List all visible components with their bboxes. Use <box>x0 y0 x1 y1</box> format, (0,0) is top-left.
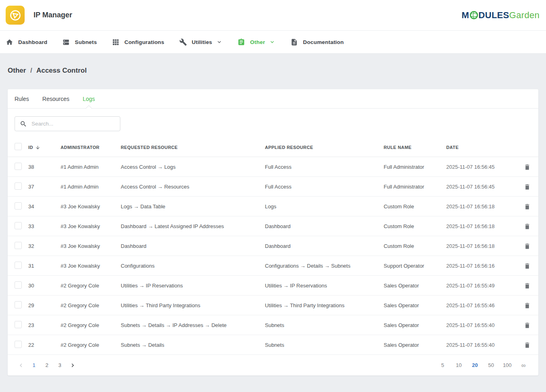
cell-date: 2025-11-07 16:56:16 <box>446 263 513 269</box>
cell-requested-resource: Subnets → Details <box>121 342 265 348</box>
document-icon <box>290 38 298 46</box>
cell-date: 2025-11-07 16:56:45 <box>446 164 513 170</box>
table-row: 32 #3 Joe Kowalsky Dashboard Dashboard C… <box>8 236 538 256</box>
row-checkbox[interactable] <box>15 301 22 308</box>
table-footer: 1 2 3 5 10 20 50 100 ∞ <box>8 355 538 375</box>
tab-logs[interactable]: Logs <box>83 89 95 108</box>
breadcrumb-separator: / <box>30 67 32 74</box>
delete-row-button[interactable] <box>523 182 531 191</box>
cell-rule-name: Sales Operator <box>384 302 446 308</box>
breadcrumb-section: Other <box>8 67 26 74</box>
nav-item-subnets[interactable]: Subnets <box>62 31 97 53</box>
chevron-down-icon <box>216 39 223 45</box>
delete-row-button[interactable] <box>523 321 531 329</box>
nav-item-other[interactable]: Other <box>237 31 275 53</box>
delete-row-button[interactable] <box>523 281 531 290</box>
page-size-50[interactable]: 50 <box>483 359 499 371</box>
cell-administrator: #2 Gregory Cole <box>61 283 121 289</box>
cell-requested-resource: Dashboard → Latest Assigned IP Addresses <box>121 223 265 229</box>
column-header-requested-resource: REQUESTED RESOURCE <box>121 145 265 150</box>
cell-administrator: #3 Joe Kowalsky <box>61 263 121 269</box>
page-button-1[interactable]: 1 <box>27 359 40 371</box>
table-row: 23 #2 Gregory Cole Subnets → Details → I… <box>8 315 538 335</box>
page-button-2[interactable]: 2 <box>40 359 53 371</box>
table-header: ID ADMINISTRATOR REQUESTED RESOURCE APPL… <box>8 138 538 157</box>
main-nav: Dashboard Subnets Configurations Utiliti… <box>0 31 546 54</box>
brand-text-garden: Garden <box>509 10 540 21</box>
delete-row-button[interactable] <box>523 163 531 171</box>
delete-row-button[interactable] <box>523 202 531 211</box>
delete-row-button[interactable] <box>523 262 531 270</box>
row-checkbox[interactable] <box>15 182 22 190</box>
cell-rule-name: Sales Operator <box>384 283 446 289</box>
nav-label: Subnets <box>75 39 97 45</box>
page-title: IP Manager <box>34 11 72 19</box>
column-header-id[interactable]: ID <box>28 145 61 150</box>
search-input[interactable] <box>32 121 116 127</box>
row-checkbox[interactable] <box>15 341 22 348</box>
nav-label: Configurations <box>124 39 164 45</box>
tab-rules[interactable]: Rules <box>15 89 29 108</box>
prev-page-button[interactable] <box>15 359 27 371</box>
column-header-rule-name: RULE NAME <box>384 145 446 150</box>
page-size-unlimited[interactable]: ∞ <box>515 359 531 371</box>
cell-requested-resource: Utilities → Third Party Integrations <box>121 302 265 308</box>
cell-rule-name: Sales Operator <box>384 322 446 328</box>
cell-requested-resource: Access Control → Logs <box>121 164 265 170</box>
cell-id: 31 <box>28 263 61 269</box>
page-size-selector: 5 10 20 50 100 ∞ <box>435 359 531 371</box>
page-size-100[interactable]: 100 <box>499 359 515 371</box>
tab-resources[interactable]: Resources <box>42 89 69 108</box>
delete-row-button[interactable] <box>523 341 531 349</box>
column-label: ID <box>28 145 33 150</box>
page-button-3[interactable]: 3 <box>53 359 66 371</box>
row-checkbox[interactable] <box>15 163 22 170</box>
table-row: 29 #2 Gregory Cole Utilities → Third Par… <box>8 296 538 315</box>
nav-item-documentation[interactable]: Documentation <box>290 31 344 53</box>
cell-applied-resource: Configurations → Details → Subnets <box>265 263 384 269</box>
ip-manager-logo-icon <box>6 6 25 25</box>
trash-icon <box>524 282 531 289</box>
page-size-5[interactable]: 5 <box>435 359 451 371</box>
cell-id: 23 <box>28 322 61 328</box>
pager: 1 2 3 <box>15 359 79 371</box>
cell-rule-name: Custom Role <box>384 243 446 249</box>
cell-administrator: #2 Gregory Cole <box>61 302 121 308</box>
cell-requested-resource: Configurations <box>121 263 265 269</box>
next-page-button[interactable] <box>66 359 79 371</box>
delete-row-button[interactable] <box>523 301 531 310</box>
chevron-left-icon <box>17 362 25 369</box>
nav-label: Documentation <box>303 39 344 45</box>
page-size-10[interactable]: 10 <box>451 359 467 371</box>
row-checkbox[interactable] <box>15 242 22 249</box>
nav-item-configurations[interactable]: Configurations <box>112 31 164 53</box>
row-checkbox[interactable] <box>15 222 22 229</box>
row-checkbox[interactable] <box>15 321 22 328</box>
page-size-20[interactable]: 20 <box>467 359 483 371</box>
trash-icon <box>524 342 531 348</box>
table-body: 38 #1 Admin Admin Access Control → Logs … <box>8 157 538 355</box>
delete-row-button[interactable] <box>523 222 531 231</box>
cell-id: 29 <box>28 302 61 308</box>
cell-requested-resource: Utilities → IP Reservations <box>121 283 265 289</box>
select-all-checkbox[interactable] <box>15 143 22 150</box>
breadcrumb: Other / Access Control <box>8 67 538 75</box>
nav-item-dashboard[interactable]: Dashboard <box>6 31 47 53</box>
cell-applied-resource: Dashboard <box>265 223 384 229</box>
table-row: 38 #1 Admin Admin Access Control → Logs … <box>8 157 538 177</box>
content-area: Other / Access Control Rules Resources L… <box>0 67 546 375</box>
row-checkbox[interactable] <box>15 262 22 269</box>
table-row: 37 #1 Admin Admin Access Control → Resou… <box>8 177 538 197</box>
table-row: 31 #3 Joe Kowalsky Configurations Config… <box>8 256 538 276</box>
delete-row-button[interactable] <box>523 242 531 250</box>
cell-id: 33 <box>28 223 61 229</box>
table-row: 33 #3 Joe Kowalsky Dashboard → Latest As… <box>8 216 538 236</box>
cell-administrator: #2 Gregory Cole <box>61 342 121 348</box>
nav-item-utilities[interactable]: Utilities <box>179 31 223 53</box>
row-checkbox[interactable] <box>15 281 22 289</box>
cell-id: 32 <box>28 243 61 249</box>
cell-date: 2025-11-07 16:56:18 <box>446 243 513 249</box>
cell-id: 38 <box>28 164 61 170</box>
row-checkbox[interactable] <box>15 202 22 210</box>
trash-icon <box>524 183 531 190</box>
